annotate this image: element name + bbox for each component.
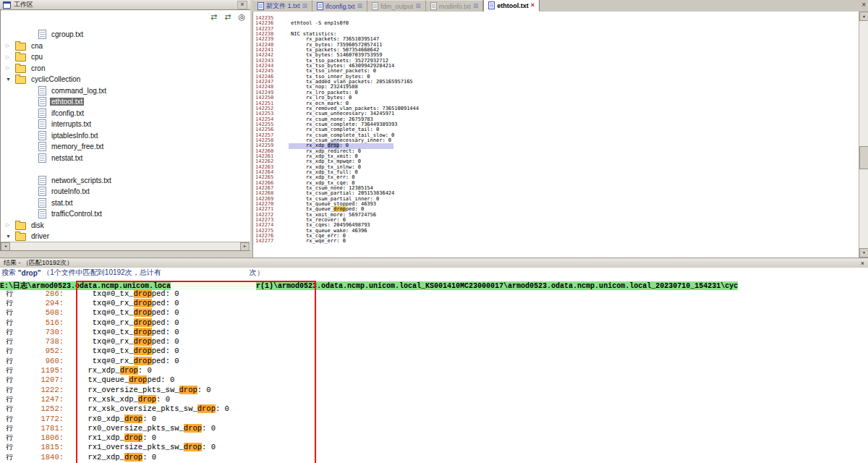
match-highlight: drop (124, 415, 142, 423)
result-row[interactable]: 行1781: rx0_oversize_pkts_sw_drop: 0 (0, 423, 868, 433)
tree-item-interrupts-txt[interactable]: interrupts.txt (1, 119, 251, 130)
match-highlight: drop (134, 289, 152, 298)
result-row[interactable]: 行516: txq#0_rx_dropped: 0 (0, 318, 868, 327)
result-row[interactable]: 行1840: rx2_xdp_drop: 0 (0, 452, 868, 462)
result-row[interactable]: 行1772: rx0_xdp_drop: 0 (0, 414, 868, 423)
result-row[interactable]: 行738: txq#0_rx_dropped: 0 (0, 336, 868, 346)
result-row[interactable]: 行952: txq#0_tx_dropped: 0 (0, 347, 868, 356)
row-text: rx_xsk_oversize_pkts_sw_drop: 0 (64, 404, 229, 413)
workspace-header: 工作区 × (0, 0, 250, 10)
row-line-number: 1195: (23, 366, 64, 375)
result-row[interactable]: 行1806: rx1_xdp_drop: 0 (0, 433, 868, 442)
chevron-collapsed-icon[interactable]: ▷ (6, 54, 15, 60)
result-row[interactable]: 行1195: rx_xdp_drop: 0 (0, 365, 868, 375)
tab-close-icon[interactable]: ⊠ (302, 3, 308, 9)
tree-item-label: network_scripts.txt (50, 177, 113, 184)
workspace-title: 工作区 (14, 0, 33, 9)
tree-item-netstat-txt[interactable]: netstat.txt (1, 153, 251, 164)
tree-item-cron[interactable]: ▷cron (1, 63, 251, 75)
scroll-down-icon[interactable]: ▼ (859, 248, 868, 258)
scrollbar-thumb[interactable] (859, 146, 868, 169)
row-text: txq#0_tx_dropped: 0 (64, 289, 179, 298)
row-line-number: 1815: (23, 443, 64, 451)
chevron-expanded-icon[interactable]: ▼ (6, 77, 15, 82)
chevron-collapsed-icon[interactable]: ▷ (6, 222, 15, 228)
tree-item-cna[interactable]: ▷cna (1, 41, 251, 52)
result-row[interactable]: 行1815: rx1_oversize_pkts_sw_drop: 0 (0, 443, 868, 452)
tab-1-txt[interactable]: 新文件 1.txt⊠ (253, 0, 312, 12)
tree-item-stat-txt[interactable]: stat.txt (1, 197, 251, 209)
editor-area[interactable]: 142235142236ethtool -S enp1s0f0142237142… (252, 12, 859, 258)
tree-horizontal-scrollbar[interactable]: ◄ ► (1, 242, 250, 250)
tree-item-ifconfig-txt[interactable]: ifconfig.txt (1, 108, 251, 119)
result-row[interactable]: 行508: txq#0_tx_dropped: 0 (0, 308, 868, 318)
workspace-icon (3, 1, 11, 9)
result-row[interactable]: 行294: txq#0_rx_dropped: 0 (0, 298, 868, 307)
line-text: ethtool -S enp1s0f0 (289, 21, 349, 26)
tab-bar: 新文件 1.txt⊠ifconfig.txt⊠fdm_output⊠modinf… (252, 0, 868, 12)
tab-modinfo-txt[interactable]: modinfo.txt⊠ (426, 0, 484, 12)
tree-item-command-log-txt[interactable]: command_log.txt (1, 85, 251, 97)
tab-label: modinfo.txt (439, 3, 471, 10)
tree-item-label: stat.txt (50, 199, 74, 207)
tab-label: 新文件 1.txt (266, 1, 300, 11)
tree-item-iptablesinfo-txt[interactable]: iptablesInfo.txt (1, 130, 251, 142)
scroll-up-icon[interactable]: ▲ (859, 12, 868, 21)
row-line-label: 行 (0, 346, 23, 356)
tab-close-icon[interactable]: × (531, 2, 535, 9)
chevron-collapsed-icon[interactable]: ▷ (6, 65, 15, 71)
scroll-right-icon[interactable]: ► (240, 242, 250, 251)
row-line-label: 行 (0, 375, 23, 385)
result-row[interactable]: 行1207: tx_queue_dropped: 0 (0, 375, 868, 385)
document-icon (317, 2, 323, 10)
tree-item-driver[interactable]: ▼driver (1, 231, 251, 242)
tree-item-label: command_log.txt (50, 87, 108, 95)
locate-file-icon[interactable]: ◎ (238, 12, 245, 21)
tab-ethtool-txt[interactable]: ethtool.txt× (483, 0, 540, 12)
row-line-number: 738: (23, 337, 64, 346)
tree-item-ethtool-txt[interactable]: ethtool.txt (1, 96, 251, 108)
tree-item-disk[interactable]: ▷disk (1, 220, 251, 232)
tree-item-routeinfo-txt[interactable]: routeInfo.txt (1, 186, 251, 197)
tab-fdm-output[interactable]: fdm_output⊠ (367, 0, 426, 12)
refresh-tree-icon[interactable]: ⇄ (210, 12, 217, 21)
row-text: txq#0_rx_dropped: 0 (64, 318, 179, 327)
folder-icon (15, 43, 26, 51)
sync-tree-icon[interactable]: ⇄ (224, 12, 231, 21)
tree-item-label: cyclicCollection (30, 75, 82, 83)
editor-scrollbar[interactable]: ▲ ▼ (859, 12, 868, 258)
tab-close-icon[interactable]: ⊠ (473, 3, 479, 9)
results-close-button[interactable]: × (861, 260, 864, 267)
editor-line[interactable]: 142277 rx_wqe_err: 0 (253, 239, 859, 244)
tab-close-icon[interactable]: ⊠ (415, 3, 421, 9)
editor-line[interactable]: 142236ethtool -S enp1s0f0 (253, 21, 859, 26)
scroll-left-icon[interactable]: ◄ (1, 242, 10, 251)
tree-item-label: iptablesInfo.txt (50, 132, 99, 140)
tree-item-cycliccollection[interactable]: ▼cyclicCollection (1, 74, 251, 85)
result-row[interactable]: 行1247: rx_xsk_xdp_drop: 0 (0, 394, 868, 404)
result-row[interactable]: 行1252: rx_xsk_oversize_pkts_sw_drop: 0 (0, 404, 868, 414)
result-row[interactable]: 行730: txq#0_tx_dropped: 0 (0, 327, 868, 336)
tab-close-icon[interactable]: ⊠ (357, 3, 363, 9)
tree-item-network-scripts-txt[interactable]: network_scripts.txt (1, 175, 251, 187)
row-text: txq#0_tx_dropped: 0 (64, 308, 179, 317)
workspace-close-button[interactable]: × (237, 1, 247, 9)
tree-item-cpu[interactable]: ▷cpu (1, 51, 251, 63)
results-panel: 结果 - （匹配10192次） × 搜索 "drop" （1个文件中匹配到101… (0, 258, 868, 463)
editor-line[interactable]: 142237 (253, 27, 859, 32)
result-row[interactable]: 行1222: rx_oversize_pkts_sw_drop: 0 (0, 385, 868, 394)
chevron-collapsed-icon[interactable]: ▷ (6, 43, 15, 48)
tab-ifconfig-txt[interactable]: ifconfig.txt⊠ (312, 0, 367, 12)
tree-item-memory-free-txt[interactable]: memory_free.txt (1, 141, 251, 153)
chevron-expanded-icon[interactable]: ▼ (6, 234, 15, 239)
tree-item-trafficcontrol-txt[interactable]: trafficControl.txt (1, 208, 251, 220)
tab-label: ifconfig.txt (326, 3, 355, 10)
file-icon (38, 198, 46, 208)
tabbar-close-button[interactable]: × (861, 1, 866, 9)
tree-item-censored[interactable] (1, 163, 251, 175)
search-summary-suffix: 次） (250, 268, 264, 278)
result-row[interactable]: 行960: txq#0_rx_dropped: 0 (0, 356, 868, 365)
tree-item-cgroup-txt[interactable]: cgroup.txt (1, 29, 251, 41)
row-line-number: 286: (23, 289, 64, 298)
row-line-number: 516: (23, 318, 64, 327)
